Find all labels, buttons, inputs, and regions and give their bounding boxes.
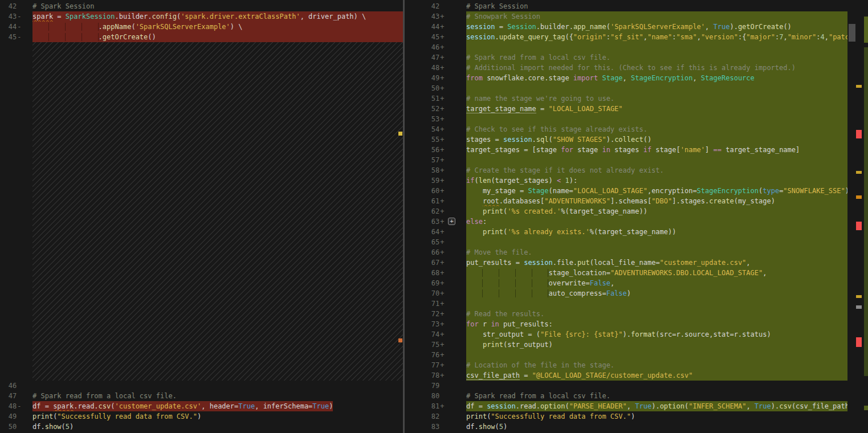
code-line-74[interactable]: 74+ str_output = ("File {src}: {stat}").…	[405, 329, 868, 340]
line-number-72[interactable]: 72+	[405, 309, 447, 319]
code-line-77[interactable]: 77+# Location of the file in the stage.	[405, 360, 868, 370]
line-number-63[interactable]: 63+	[405, 217, 447, 227]
code-line-69[interactable]: 69+ overwrite=False,	[405, 278, 868, 288]
code-line-76[interactable]: 76+	[405, 350, 868, 360]
code-line-42[interactable]: 42# Spark Session	[405, 1, 868, 11]
code-line-51[interactable]: 51+# name the stage we're going to use.	[405, 93, 868, 104]
line-number-59[interactable]: 59+	[405, 175, 447, 186]
scrollbar[interactable]	[847, 0, 868, 433]
code-line-48[interactable]: 48+# Additional import needed for this. …	[405, 63, 868, 73]
code-line-43[interactable]: 43+# Snowpark Session	[405, 11, 868, 22]
code-line-46[interactable]: 46+	[405, 42, 868, 52]
line-number-44[interactable]: 44-	[0, 22, 24, 32]
code-line-75[interactable]: 75+ print(str_output)	[405, 340, 868, 350]
code-line-55[interactable]: 55+stages = session.sql("SHOW STAGES").c…	[405, 134, 868, 145]
line-number-76[interactable]: 76+	[405, 350, 447, 360]
code-line-64[interactable]: 64+ print('%s already exists.'%(target_s…	[405, 227, 868, 237]
line-number-75[interactable]: 75+	[405, 340, 447, 350]
line-number-64[interactable]: 64+	[405, 227, 447, 237]
code-line-44[interactable]: 44+session = Session.builder.app_name('S…	[405, 22, 868, 32]
code-line-65[interactable]: 65+	[405, 237, 868, 247]
code-line-71[interactable]: 71+	[405, 299, 868, 309]
code-line-53[interactable]: 53+	[405, 114, 868, 124]
code-line-57[interactable]: 57+	[405, 155, 868, 165]
line-number-61[interactable]: 61+	[405, 196, 447, 206]
line-number-45[interactable]: 45-	[0, 32, 24, 42]
line-number-55[interactable]: 55+	[405, 134, 447, 145]
code-line-42[interactable]: 42# Spark Session	[0, 1, 403, 11]
code-line-44[interactable]: 44- .appName('SparkSQLServerExample') \	[0, 22, 403, 32]
code-line-54[interactable]: 54+# Check to see if this stage already …	[405, 124, 868, 134]
line-number-79[interactable]: 79	[405, 381, 447, 391]
code-line-78[interactable]: 78+csv_file_path = "@LOCAL_LOAD_STAGE/cu…	[405, 370, 868, 381]
code-line-81[interactable]: 81+df = session.read.option("PARSE_HEADE…	[405, 401, 868, 411]
code-line-45[interactable]: 45+session.update_query_tag({"origin":"s…	[405, 32, 868, 42]
line-number-69[interactable]: 69+	[405, 278, 447, 288]
code-line-43[interactable]: 43-spark = SparkSession.builder.config('…	[0, 11, 403, 22]
code-line-66[interactable]: 66+# Move the file.	[405, 247, 868, 258]
line-number-81[interactable]: 81+	[405, 401, 447, 411]
code-line-62[interactable]: 62+ print('%s created.'%(target_stage_na…	[405, 206, 868, 217]
line-number-43[interactable]: 43+	[405, 11, 447, 22]
line-number-47[interactable]: 47	[0, 391, 24, 401]
line-number-73[interactable]: 73+	[405, 319, 447, 329]
line-number-54[interactable]: 54+	[405, 124, 447, 134]
code-line-70[interactable]: 70+ auto_compress=False)	[405, 288, 868, 299]
expand-plus-icon[interactable]: +	[448, 218, 455, 225]
code-line-49[interactable]: 49+from snowflake.core.stage import Stag…	[405, 73, 868, 83]
line-number-83[interactable]: 83	[405, 422, 447, 432]
line-number-57[interactable]: 57+	[405, 155, 447, 165]
line-number-62[interactable]: 62+	[405, 206, 447, 217]
code-line-83[interactable]: 83df.show(5)	[405, 422, 868, 432]
line-number-44[interactable]: 44+	[405, 22, 447, 32]
modified-editor-pane[interactable]: 42# Spark Session43+# Snowpark Session44…	[405, 0, 868, 433]
line-number-70[interactable]: 70+	[405, 288, 447, 299]
line-number-46[interactable]: 46+	[405, 42, 447, 52]
line-number-80[interactable]: 80	[405, 391, 447, 401]
line-number-77[interactable]: 77+	[405, 360, 447, 370]
line-number-50[interactable]: 50+	[405, 83, 447, 93]
line-number-58[interactable]: 58+	[405, 165, 447, 175]
line-number-46[interactable]: 46	[0, 381, 24, 391]
line-number-42[interactable]: 42	[405, 1, 447, 11]
line-number-78[interactable]: 78+	[405, 370, 447, 381]
line-number-51[interactable]: 51+	[405, 93, 447, 104]
line-number-43[interactable]: 43-	[0, 11, 24, 22]
code-line-60[interactable]: 60+ my_stage = Stage(name="LOCAL_LOAD_ST…	[405, 186, 868, 196]
line-number-65[interactable]: 65+	[405, 237, 447, 247]
diff-sash[interactable]	[403, 0, 405, 433]
line-number-82[interactable]: 82	[405, 411, 447, 422]
scrollbar-thumb[interactable]	[849, 24, 855, 42]
code-line-46[interactable]: 46	[0, 381, 403, 391]
line-number-67[interactable]: 67+	[405, 258, 447, 268]
line-number-45[interactable]: 45+	[405, 32, 447, 42]
line-number-49[interactable]: 49+	[405, 73, 447, 83]
code-line-47[interactable]: 47+# Spark read from a local csv file.	[405, 52, 868, 63]
line-number-60[interactable]: 60+	[405, 186, 447, 196]
line-number-42[interactable]: 42	[0, 1, 24, 11]
code-line-50[interactable]: 50+	[405, 83, 868, 93]
code-line-79[interactable]: 79	[405, 381, 868, 391]
original-editor-pane[interactable]: 42# Spark Session43-spark = SparkSession…	[0, 0, 403, 433]
code-line-58[interactable]: 58+# Create the stage if it does not alr…	[405, 165, 868, 175]
line-number-74[interactable]: 74+	[405, 329, 447, 340]
code-line-68[interactable]: 68+ stage_location="ADVENTUREWORKS.DBO.L…	[405, 268, 868, 278]
code-line-63[interactable]: 63+else:+	[405, 217, 868, 227]
code-line-49[interactable]: 49print("Successfully read data from CSV…	[0, 411, 403, 422]
code-line-45[interactable]: 45- .getOrCreate()	[0, 32, 403, 42]
line-number-56[interactable]: 56+	[405, 145, 447, 155]
code-line-50[interactable]: 50df.show(5)	[0, 422, 403, 432]
line-number-50[interactable]: 50	[0, 422, 24, 432]
code-line-56[interactable]: 56+target_stages = [stage for stage in s…	[405, 145, 868, 155]
code-line-48[interactable]: 48-df = spark.read.csv('customer_update.…	[0, 401, 403, 411]
line-number-47[interactable]: 47+	[405, 52, 447, 63]
line-number-68[interactable]: 68+	[405, 268, 447, 278]
line-number-49[interactable]: 49	[0, 411, 24, 422]
code-line-82[interactable]: 82print("Successfully read data from CSV…	[405, 411, 868, 422]
code-line-67[interactable]: 67+put_results = session.file.put(local_…	[405, 258, 868, 268]
line-number-53[interactable]: 53+	[405, 114, 447, 124]
code-line-59[interactable]: 59+if(len(target_stages) < 1):	[405, 175, 868, 186]
line-number-48[interactable]: 48-	[0, 401, 24, 411]
line-number-48[interactable]: 48+	[405, 63, 447, 73]
line-number-71[interactable]: 71+	[405, 299, 447, 309]
